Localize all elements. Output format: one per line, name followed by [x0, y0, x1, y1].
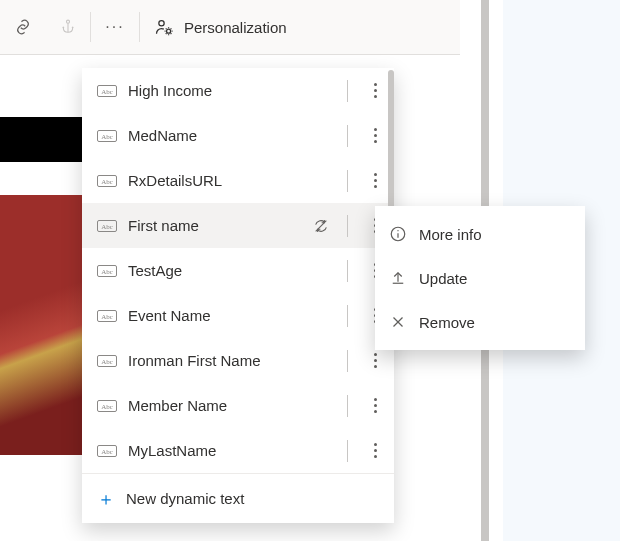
list-item-label: TestAge — [128, 262, 331, 279]
plus-icon: ＋ — [96, 490, 116, 508]
list-item-label: First name — [128, 217, 301, 234]
list-item-label: Event Name — [128, 307, 331, 324]
content-black-strip — [0, 117, 82, 162]
ellipsis-icon: ··· — [105, 18, 124, 36]
personalization-panel: Abc High Income Abc MedName Abc RxDetail… — [82, 68, 394, 523]
abc-icon: Abc — [96, 130, 118, 142]
list-item-label: MedName — [128, 127, 331, 144]
new-dynamic-text-button[interactable]: ＋ New dynamic text — [82, 473, 394, 523]
svg-text:Abc: Abc — [101, 313, 113, 321]
close-icon — [389, 313, 407, 331]
list-item[interactable]: Abc TestAge — [82, 248, 394, 293]
row-more-button[interactable] — [364, 128, 386, 143]
content-photo — [0, 195, 82, 455]
sync-off-icon — [311, 218, 331, 234]
abc-icon: Abc — [96, 355, 118, 367]
list-item-label: RxDetailsURL — [128, 172, 331, 189]
list-item[interactable]: Abc High Income — [82, 68, 394, 113]
dynamic-text-list: Abc High Income Abc MedName Abc RxDetail… — [82, 68, 394, 473]
abc-icon: Abc — [96, 445, 118, 457]
row-separator — [347, 170, 348, 192]
svg-point-2 — [167, 29, 171, 33]
list-item-selected[interactable]: Abc First name — [82, 203, 394, 248]
svg-text:Abc: Abc — [101, 403, 113, 411]
menu-more-info[interactable]: More info — [375, 212, 585, 256]
abc-icon: Abc — [96, 265, 118, 277]
abc-icon: Abc — [96, 175, 118, 187]
row-more-button[interactable] — [364, 83, 386, 98]
person-gear-icon — [154, 17, 174, 37]
list-item-label: MyLastName — [128, 442, 331, 459]
menu-update[interactable]: Update — [375, 256, 585, 300]
personalization-label: Personalization — [184, 19, 287, 36]
anchor-icon — [60, 19, 76, 35]
row-separator — [347, 80, 348, 102]
upload-icon — [389, 269, 407, 287]
row-separator — [347, 215, 348, 237]
menu-item-label: Remove — [419, 314, 475, 331]
list-item[interactable]: Abc RxDetailsURL — [82, 158, 394, 203]
abc-icon: Abc — [96, 400, 118, 412]
row-separator — [347, 260, 348, 282]
svg-text:Abc: Abc — [101, 178, 113, 186]
row-more-button[interactable] — [364, 173, 386, 188]
more-button[interactable]: ··· — [91, 0, 139, 55]
menu-item-label: Update — [419, 270, 467, 287]
row-more-button[interactable] — [364, 353, 386, 368]
svg-text:Abc: Abc — [101, 268, 113, 276]
svg-point-1 — [159, 21, 164, 26]
svg-point-0 — [66, 20, 69, 23]
menu-remove[interactable]: Remove — [375, 300, 585, 344]
list-item[interactable]: Abc Ironman First Name — [82, 338, 394, 383]
new-dynamic-text-label: New dynamic text — [126, 490, 244, 507]
abc-icon: Abc — [96, 220, 118, 232]
abc-icon: Abc — [96, 85, 118, 97]
row-more-button[interactable] — [364, 398, 386, 413]
anchor-button[interactable] — [46, 0, 90, 55]
row-separator — [347, 305, 348, 327]
row-more-button[interactable] — [364, 443, 386, 458]
list-item[interactable]: Abc MyLastName — [82, 428, 394, 473]
menu-item-label: More info — [419, 226, 482, 243]
svg-text:Abc: Abc — [101, 448, 113, 456]
svg-point-24 — [397, 230, 398, 231]
info-icon — [389, 225, 407, 243]
row-separator — [347, 125, 348, 147]
list-item[interactable]: Abc Member Name — [82, 383, 394, 428]
toolbar: ··· Personalization — [0, 0, 460, 55]
list-item-label: High Income — [128, 82, 331, 99]
svg-text:Abc: Abc — [101, 133, 113, 141]
svg-text:Abc: Abc — [101, 358, 113, 366]
row-separator — [347, 350, 348, 372]
svg-text:Abc: Abc — [101, 223, 113, 231]
list-item-label: Member Name — [128, 397, 331, 414]
link-icon — [14, 18, 32, 36]
context-menu: More info Update Remove — [375, 206, 585, 350]
link-button[interactable] — [0, 0, 46, 55]
list-item[interactable]: Abc MedName — [82, 113, 394, 158]
svg-text:Abc: Abc — [101, 88, 113, 96]
row-separator — [347, 440, 348, 462]
list-item[interactable]: Abc Event Name — [82, 293, 394, 338]
abc-icon: Abc — [96, 310, 118, 322]
list-item-label: Ironman First Name — [128, 352, 331, 369]
personalization-button[interactable]: Personalization — [140, 0, 303, 55]
row-separator — [347, 395, 348, 417]
